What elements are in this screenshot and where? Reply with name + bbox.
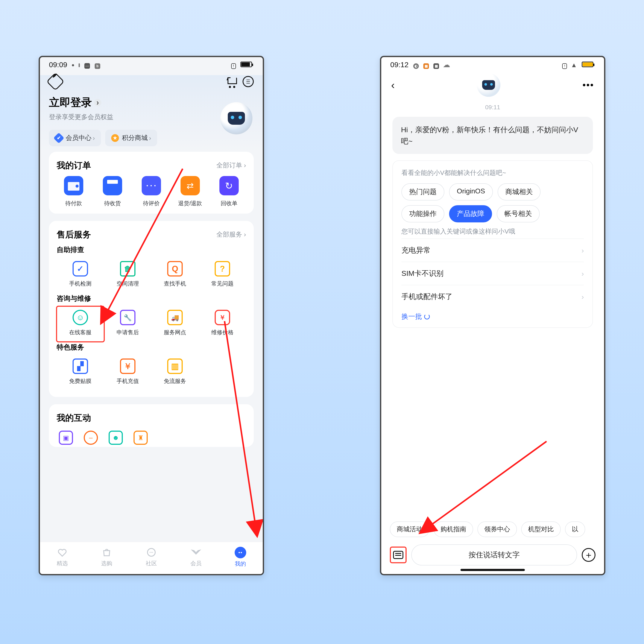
aftersale-card: 售后服务 全部服务 › 自助排查 手机检测 空间清理 查找手机 常见问题 咨询与…: [49, 221, 254, 397]
orders-title: 我的订单: [57, 159, 91, 171]
online-service[interactable]: 在线客服: [57, 306, 104, 342]
orders-all-link[interactable]: 全部订单 ›: [216, 161, 246, 170]
member-center-button[interactable]: ✔ 会员中心›: [49, 130, 101, 146]
back-button[interactable]: ‹: [391, 79, 395, 91]
trash-icon: [120, 261, 135, 276]
service-all-link[interactable]: 全部服务 ›: [216, 230, 246, 239]
svg-point-3: [152, 552, 153, 553]
tab-mine[interactable]: 我的: [218, 542, 263, 574]
chip-hot[interactable]: 热门问题: [401, 183, 444, 200]
cloud-icon: ☁: [443, 61, 450, 69]
recycle-icon: [219, 176, 239, 195]
community-icon: [146, 547, 157, 558]
headset-icon: [73, 310, 88, 325]
avatar-robot-icon[interactable]: [220, 102, 252, 134]
status-badge2-icon: ▦: [433, 63, 439, 69]
space-clean[interactable]: 空间清理: [104, 258, 152, 293]
orders-card: 我的订单 全部订单 › 待付款 待收货 待评价 退货/退款 回收单: [49, 152, 254, 214]
price-icon: [215, 310, 230, 325]
clock: 09:09: [49, 61, 67, 69]
tabbar: 精选 选购 社区 会员 我的: [40, 542, 263, 574]
chat-timestamp: 09:11: [381, 104, 604, 111]
messages-icon[interactable]: [243, 76, 254, 87]
repair-price[interactable]: 维修价格: [199, 306, 246, 342]
wrench-icon: [120, 310, 135, 325]
chevron-right-icon: ›: [582, 269, 584, 278]
keyboard-icon: [393, 551, 403, 559]
interact-icon-1[interactable]: ▣: [59, 431, 73, 445]
quick-chips: 商城活动 购机指南 领券中心 机型对比 以: [381, 521, 604, 537]
chip-mall[interactable]: 商城相关: [498, 183, 541, 200]
settings-gear-icon[interactable]: [49, 75, 62, 88]
yen-icon: [120, 358, 135, 374]
heart-icon: [57, 547, 68, 558]
cart-icon[interactable]: [227, 76, 237, 87]
interact-title: 我的互动: [57, 412, 91, 424]
refresh-button[interactable]: 换一批: [401, 312, 430, 321]
apply-aftersale[interactable]: 申请售后: [104, 306, 152, 342]
faq[interactable]: 常见问题: [199, 258, 246, 293]
quick-mall-activity[interactable]: 商城活动: [390, 521, 429, 537]
star-icon: ★: [111, 134, 119, 142]
svg-point-2: [151, 552, 152, 553]
status-bar: 09:09 ⋯ b !: [40, 57, 263, 72]
tab-shop[interactable]: 选购: [85, 542, 129, 574]
order-pending-review[interactable]: 待评价: [134, 176, 169, 207]
interact-card: 我的互动 ▣ – ☻ ♜: [49, 404, 254, 447]
bot-avatar-icon[interactable]: [477, 73, 500, 97]
phone-recharge[interactable]: 手机充值: [104, 355, 152, 390]
status-clock-icon: ◐: [413, 63, 419, 69]
order-recycle[interactable]: 回收单: [212, 176, 246, 207]
section-consult: 咨询与维修: [57, 294, 246, 303]
status-bulb-icon: [79, 63, 80, 67]
vip-icon: [190, 547, 202, 558]
voice-input-button[interactable]: 按住说话转文字: [411, 544, 577, 565]
order-pending-pay[interactable]: 待付款: [57, 176, 91, 207]
chip-feature[interactable]: 功能操作: [401, 205, 444, 222]
keyboard-toggle-button[interactable]: [390, 547, 407, 563]
interact-icon-2[interactable]: –: [84, 431, 98, 445]
faq-icon: [215, 261, 230, 276]
diamond-icon: ✔: [53, 132, 64, 143]
input-bar: 按住说话转文字 ＋: [381, 544, 604, 565]
tab-community[interactable]: 社区: [129, 542, 174, 574]
chip-account[interactable]: 帐号相关: [497, 205, 540, 222]
more-button[interactable]: •••: [583, 80, 594, 90]
points-mall-button[interactable]: ★ 积分商城›: [105, 130, 157, 146]
quick-more[interactable]: 以: [565, 521, 585, 537]
chip-fault[interactable]: 产品故障: [449, 205, 492, 222]
service-center[interactable]: 服务网点: [151, 306, 199, 342]
home-indicator: [460, 569, 525, 571]
interact-icon-3[interactable]: ☻: [109, 431, 123, 445]
quick-buy-guide[interactable]: 购机指南: [434, 521, 473, 537]
free-data[interactable]: 免流服务: [151, 355, 199, 390]
data-icon: [167, 358, 183, 374]
quick-coupon[interactable]: 领券中心: [477, 521, 517, 537]
truck-icon: [167, 310, 183, 325]
clock: 09:12: [390, 61, 409, 69]
section-special: 特色服务: [57, 343, 246, 352]
q-sim[interactable]: SIM卡不识别›: [401, 262, 584, 285]
order-return[interactable]: 退货/退款: [173, 176, 207, 207]
order-pending-receive[interactable]: 待收货: [96, 176, 130, 207]
tab-featured[interactable]: 精选: [40, 542, 85, 574]
return-icon: [181, 176, 200, 195]
battery-icon: [240, 62, 252, 67]
q-charge[interactable]: 充电异常›: [401, 238, 584, 262]
find-phone[interactable]: 查找手机: [151, 258, 199, 293]
add-button[interactable]: ＋: [582, 548, 595, 562]
shield-icon: [73, 261, 88, 276]
wallet-icon: [64, 176, 83, 195]
chip-originos[interactable]: OriginOS: [449, 183, 493, 200]
panel-hint: 看看全能的小V都能解决什么问题吧~: [401, 169, 584, 177]
tab-vip[interactable]: 会员: [174, 542, 218, 574]
phone-chat: 09:12 ◐ ▦ ▦ ☁ ! ▲ ‹ ••• 09:11 Hi，亲爱的V粉，新…: [380, 56, 605, 575]
phone-diagnose[interactable]: 手机检测: [57, 258, 104, 293]
q-broken[interactable]: 手机或配件坏了›: [401, 285, 584, 308]
package-icon: [103, 176, 122, 195]
interact-icon-4[interactable]: ♜: [134, 431, 148, 445]
free-film[interactable]: 免费贴膜: [57, 355, 104, 390]
status-badge-icon: ▦: [423, 63, 429, 69]
quick-compare[interactable]: 机型对比: [521, 521, 561, 537]
search-icon: [167, 261, 183, 276]
